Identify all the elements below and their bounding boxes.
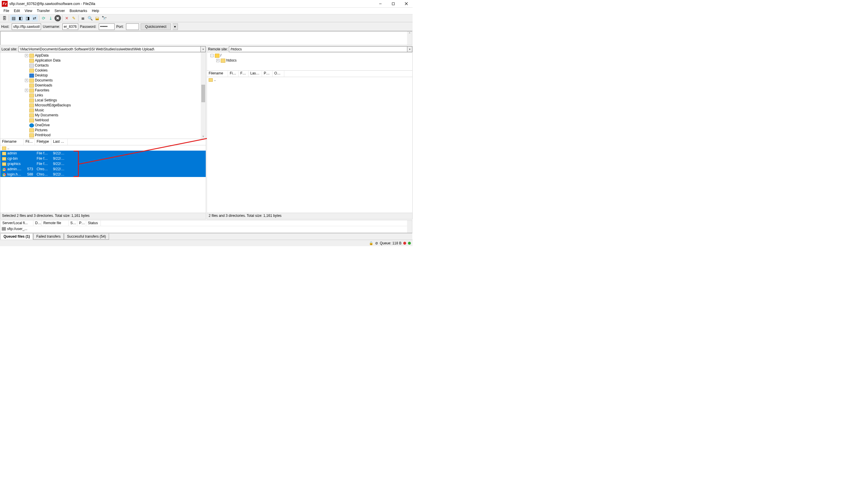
chevron-down-icon[interactable]: ▾ bbox=[201, 46, 206, 52]
col-filename[interactable]: Filename bbox=[0, 139, 24, 145]
col-lastmod[interactable]: Last mo... bbox=[51, 139, 68, 145]
tree-item[interactable]: +Favorites bbox=[1, 88, 206, 93]
scrollbar[interactable] bbox=[201, 52, 206, 139]
tree-item[interactable]: Local Settings bbox=[1, 98, 206, 103]
list-item[interactable]: .. bbox=[207, 77, 412, 82]
reconnect-icon[interactable]: ✎ bbox=[71, 15, 77, 21]
tree-item[interactable]: Contacts bbox=[1, 63, 206, 68]
transfer-queue[interactable]: Server/Local fi... Dir... Remote file Si… bbox=[0, 220, 412, 233]
filter-icon[interactable]: ≣ bbox=[80, 15, 86, 21]
folder-icon bbox=[29, 123, 34, 127]
queue-tabs: Queued files (1) Failed transfers Succes… bbox=[0, 233, 412, 240]
col-filetype[interactable]: Filet... bbox=[238, 71, 249, 77]
binoculars-icon[interactable]: 🔭 bbox=[101, 15, 107, 21]
tree-item[interactable]: Application Data bbox=[1, 58, 206, 63]
col-filetype[interactable]: Filetype bbox=[35, 139, 51, 145]
queue-status: Queue: 118 B bbox=[380, 241, 401, 245]
disconnect-icon[interactable]: ✕ bbox=[64, 15, 70, 21]
compare-icon[interactable]: ⬓ bbox=[94, 15, 100, 21]
local-site-input[interactable] bbox=[18, 46, 201, 52]
menu-edit[interactable]: Edit bbox=[12, 8, 22, 14]
remote-site-input[interactable] bbox=[229, 46, 407, 52]
menu-help[interactable]: Help bbox=[89, 8, 102, 14]
local-tree[interactable]: ^ +AppDataApplication DataContactsCookie… bbox=[0, 52, 206, 139]
close-button[interactable] bbox=[400, 0, 413, 7]
menu-transfer[interactable]: Transfer bbox=[35, 8, 52, 14]
col-owner[interactable]: Own... bbox=[272, 71, 284, 77]
search-icon[interactable]: 🔍 bbox=[87, 15, 93, 21]
tab-successful-transfers[interactable]: Successful transfers (54) bbox=[64, 234, 109, 240]
tree-item[interactable]: Desktop bbox=[1, 73, 206, 78]
tree-item[interactable]: +AppData bbox=[1, 53, 206, 58]
menu-server[interactable]: Server bbox=[52, 8, 67, 14]
tab-failed-transfers[interactable]: Failed transfers bbox=[33, 234, 64, 240]
list-item[interactable]: login.html588Chrome ...9/22/20... bbox=[0, 172, 206, 177]
col-size[interactable]: Size bbox=[69, 220, 77, 226]
remote-file-list[interactable]: Filename Files... Filet... Last m... Per… bbox=[207, 71, 412, 213]
menu-bar: File Edit View Transfer Server Bookmarks… bbox=[0, 7, 413, 14]
tab-queued-files[interactable]: Queued files (1) bbox=[0, 234, 33, 240]
tree-item[interactable]: My Documents bbox=[1, 113, 206, 118]
cancel-icon[interactable]: ✖ bbox=[54, 15, 61, 21]
refresh-icon[interactable]: ⟳ bbox=[40, 15, 47, 21]
title-bar: Fz sftp://user_83762@ftp.sawtoothsoftwar… bbox=[0, 0, 413, 7]
folder-icon bbox=[215, 54, 219, 58]
chevron-down-icon[interactable]: ▾ bbox=[407, 46, 412, 52]
menu-view[interactable]: View bbox=[22, 8, 35, 14]
col-server[interactable]: Server/Local fi... bbox=[1, 220, 33, 226]
tree-item[interactable]: Cookies bbox=[1, 68, 206, 73]
col-direction[interactable]: Dir... bbox=[33, 220, 42, 226]
tree-item[interactable]: +Documents bbox=[1, 78, 206, 83]
remote-tree[interactable]: -/+htdocs bbox=[207, 52, 412, 71]
tree-item[interactable]: -/ bbox=[208, 53, 412, 58]
tree-item[interactable]: Links bbox=[1, 93, 206, 98]
col-filesize[interactable]: Filesi... bbox=[24, 139, 35, 145]
tree-item[interactable]: MicrosoftEdgeBackups bbox=[1, 103, 206, 108]
col-filesize[interactable]: Files... bbox=[228, 71, 238, 77]
toolbar: 🗄 ▤ ◧ ◨ ⇄ ⟳ ⤓ ✖ ✕ ✎ ≣ 🔍 ⬓ 🔭 bbox=[0, 14, 413, 22]
tree-item[interactable]: Music bbox=[1, 108, 206, 113]
col-permissions[interactable]: Per... bbox=[262, 71, 272, 77]
folder-icon bbox=[2, 152, 6, 155]
toggle-local-tree-icon[interactable]: ◧ bbox=[17, 15, 24, 21]
tree-item[interactable]: Pictures bbox=[1, 128, 206, 133]
password-input[interactable] bbox=[99, 23, 114, 30]
annotation-arrow bbox=[79, 133, 226, 171]
minimize-button[interactable] bbox=[374, 0, 387, 7]
toggle-log-icon[interactable]: ▤ bbox=[10, 15, 17, 21]
queue-header[interactable]: Server/Local fi... Dir... Remote file Si… bbox=[1, 220, 412, 226]
col-filename[interactable]: Filename bbox=[207, 71, 228, 77]
tree-item[interactable]: NetHood bbox=[1, 118, 206, 123]
col-lastmod[interactable]: Last m... bbox=[249, 71, 262, 77]
local-pane: Local site: ▾ ^ +AppDataApplication Data… bbox=[0, 46, 206, 219]
tree-item[interactable]: Downloads bbox=[1, 83, 206, 88]
process-queue-icon[interactable]: ⤓ bbox=[48, 15, 54, 21]
menu-bookmarks[interactable]: Bookmarks bbox=[67, 8, 89, 14]
quickconnect-dropdown[interactable]: ▾ bbox=[173, 23, 178, 30]
col-remote-file[interactable]: Remote file bbox=[42, 220, 69, 226]
remote-list-header[interactable]: Filename Files... Filet... Last m... Per… bbox=[207, 71, 412, 77]
maximize-button[interactable] bbox=[387, 0, 400, 7]
quickconnect-button[interactable]: Quickconnect bbox=[141, 23, 171, 30]
username-input[interactable] bbox=[62, 23, 78, 30]
toggle-remote-tree-icon[interactable]: ◨ bbox=[24, 15, 31, 21]
message-log[interactable]: ^ bbox=[0, 31, 412, 45]
folder-icon bbox=[29, 133, 34, 138]
queue-row[interactable]: sftp://user_... bbox=[1, 226, 412, 232]
local-file-list[interactable]: Filename Filesi... Filetype Last mo... .… bbox=[0, 139, 206, 213]
col-priority[interactable]: Pri... bbox=[77, 220, 86, 226]
tree-item-label: Downloads bbox=[35, 83, 52, 88]
tree-item[interactable]: +htdocs bbox=[208, 58, 412, 63]
host-input[interactable] bbox=[12, 23, 41, 30]
col-status[interactable]: Status bbox=[86, 220, 101, 226]
site-manager-icon[interactable]: 🗄 bbox=[1, 15, 7, 21]
tree-item-label: Pictures bbox=[35, 128, 48, 133]
svg-rect-1 bbox=[392, 3, 394, 5]
scrollbar[interactable]: ^ bbox=[407, 31, 412, 45]
toolbar-divider bbox=[78, 15, 78, 21]
toggle-queue-icon[interactable]: ⇄ bbox=[31, 15, 38, 21]
scrollbar[interactable] bbox=[407, 220, 412, 233]
tree-item[interactable]: OneDrive bbox=[1, 123, 206, 128]
port-input[interactable] bbox=[126, 23, 139, 30]
menu-file[interactable]: File bbox=[1, 8, 12, 14]
